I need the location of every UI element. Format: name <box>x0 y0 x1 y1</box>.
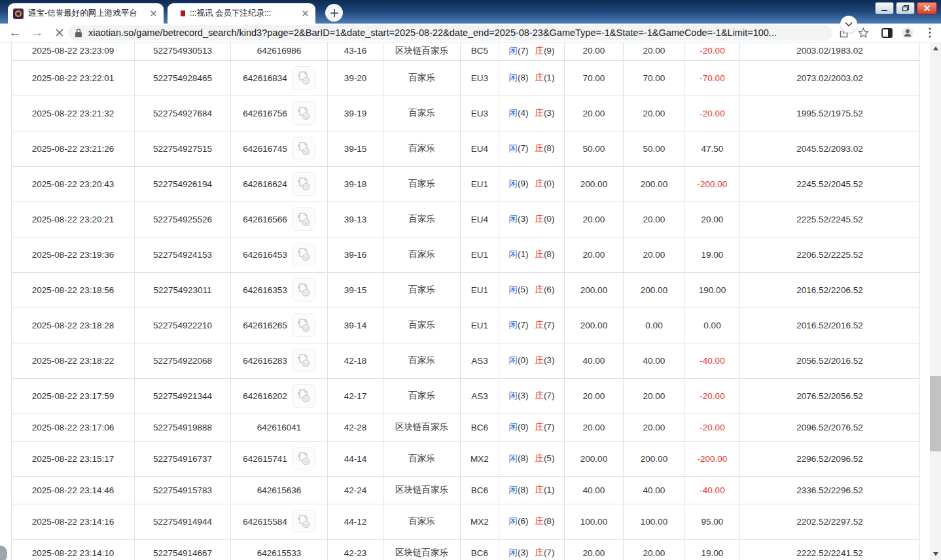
player-score: (1) <box>518 249 529 259</box>
bet-time: 2025-08-22 23:14:46 <box>12 476 135 504</box>
valid-amount: 200.00 <box>624 166 685 201</box>
bet-time: 2025-08-22 23:22:01 <box>12 60 135 96</box>
banker-label: 庄 <box>535 422 544 432</box>
bet-amount-link[interactable]: 20.00 <box>565 42 624 60</box>
bet-amount-link[interactable]: 20.00 <box>565 237 624 272</box>
bet-id: 522754914667 <box>135 539 231 560</box>
bet-amount-link[interactable]: 200.00 <box>565 166 624 201</box>
bet-amount-link[interactable]: 40.00 <box>565 476 624 504</box>
video-icon[interactable] <box>292 101 315 125</box>
side-panel-button[interactable] <box>878 25 895 41</box>
video-icon[interactable] <box>292 207 315 231</box>
player-label: 闲 <box>509 285 518 294</box>
bet-id: 522754926194 <box>135 166 231 201</box>
video-icon[interactable] <box>292 66 315 90</box>
bet-id: 522754927515 <box>135 131 231 166</box>
round-number: 642616745 <box>243 144 287 154</box>
result-cell: 闲(8) 庄(5) <box>499 441 565 476</box>
bet-amount-link[interactable]: 20.00 <box>565 539 624 560</box>
round-cell: 642615636 <box>231 476 328 504</box>
valid-amount: 20.00 <box>624 96 685 131</box>
bet-amount-link[interactable]: 200.00 <box>565 272 624 307</box>
menu-button[interactable] <box>921 25 938 41</box>
player-label: 闲 <box>509 422 518 432</box>
round-cell: 642616041 <box>231 413 328 441</box>
video-icon[interactable] <box>292 510 315 533</box>
game-type: 百家乐 <box>383 378 461 413</box>
game-type: 百家乐 <box>383 96 461 131</box>
player-score: (9) <box>518 179 529 188</box>
round-number: 642615636 <box>257 485 302 495</box>
game-type: 百家乐 <box>383 60 461 96</box>
video-icon[interactable] <box>292 172 315 196</box>
stop-button[interactable] <box>51 24 68 42</box>
tab-home[interactable]: 通宝-信誉最好的网上游戏平台 <box>8 3 164 24</box>
bet-amount-link[interactable]: 50.00 <box>565 131 624 166</box>
bookmark-star-button[interactable] <box>855 25 872 41</box>
round-cell: 642616756 <box>231 96 328 131</box>
bet-amount-link[interactable]: 20.00 <box>565 413 624 441</box>
scroll-up-arrow[interactable] <box>930 43 941 53</box>
bet-id: 522754919888 <box>135 413 231 441</box>
bet-amount-link[interactable]: 100.00 <box>565 504 624 539</box>
bet-amount-link[interactable]: 70.00 <box>565 60 624 96</box>
table-row: 2025-08-22 23:18:56 522754923011 6426163… <box>12 272 920 307</box>
banker-label: 庄 <box>535 548 544 557</box>
bet-amount-link[interactable]: 20.00 <box>565 201 624 237</box>
back-arrow-icon: ← <box>9 26 22 40</box>
profile-avatar[interactable] <box>899 25 916 41</box>
back-button[interactable]: ← <box>7 24 24 42</box>
new-tab-button[interactable] <box>325 4 343 22</box>
game-type: 区块链百家乐 <box>383 476 461 504</box>
bet-table-body: 2025-08-22 23:23:09 522754930513 6426169… <box>12 42 920 560</box>
video-icon[interactable] <box>292 278 315 302</box>
restore-button[interactable] <box>896 2 915 14</box>
game-type: 百家乐 <box>383 272 461 307</box>
table-number: 39-19 <box>328 96 383 131</box>
scroll-down-arrow[interactable] <box>930 549 941 559</box>
banker-label: 庄 <box>535 453 544 463</box>
bet-amount-link[interactable]: 40.00 <box>565 343 624 378</box>
close-tab-icon[interactable] <box>148 9 158 19</box>
balance-before-after: 2016.52/2206.52 <box>740 272 920 307</box>
vertical-scrollbar[interactable] <box>930 42 941 560</box>
game-type: 区块链百家乐 <box>383 413 461 441</box>
video-icon[interactable] <box>292 313 315 337</box>
close-button[interactable] <box>917 2 937 14</box>
close-tab-icon[interactable] <box>300 9 310 19</box>
scrollbar-thumb[interactable] <box>930 376 941 451</box>
bet-amount-link[interactable]: 20.00 <box>565 96 624 131</box>
table-code: MX2 <box>461 441 499 476</box>
video-icon[interactable] <box>292 243 315 266</box>
table-code: AS3 <box>461 378 499 413</box>
video-icon[interactable] <box>292 349 315 372</box>
avatar-icon <box>902 27 914 39</box>
bet-amount-link[interactable]: 20.00 <box>565 378 624 413</box>
video-icon[interactable] <box>292 447 315 470</box>
video-icon[interactable] <box>292 384 315 408</box>
address-bar[interactable]: xiaotian.so/game/betrecord_search/kind3?… <box>68 25 832 41</box>
banker-label: 庄 <box>535 179 544 188</box>
bet-amount-link[interactable]: 200.00 <box>565 441 624 476</box>
round-cell: 642616566 <box>231 201 328 237</box>
tab-search-button[interactable] <box>840 16 857 33</box>
forward-button[interactable]: → <box>29 24 46 42</box>
side-drawer-handle[interactable] <box>0 546 7 560</box>
forward-arrow-icon: → <box>31 26 44 40</box>
tab-betrecord-active[interactable]: :::视讯 会员下注纪录::: <box>168 3 315 24</box>
balance-before-after: 2245.52/2045.52 <box>740 166 920 201</box>
video-icon[interactable] <box>292 137 315 160</box>
game-type: 区块链百家乐 <box>383 539 461 560</box>
url-text: xiaotian.so/game/betrecord_search/kind3?… <box>88 27 777 38</box>
player-score: (7) <box>518 320 529 330</box>
bet-id: 522754930513 <box>135 42 231 60</box>
banker-label: 庄 <box>535 355 544 365</box>
bet-amount-link[interactable]: 200.00 <box>565 307 624 343</box>
table-number: 39-16 <box>328 237 383 272</box>
balance-before-after: 2222.52/2241.52 <box>740 539 920 560</box>
minimize-button[interactable] <box>875 2 894 14</box>
balance-before-after: 2096.52/2076.52 <box>740 413 920 441</box>
banker-score: (1) <box>544 485 555 495</box>
table-row: 2025-08-22 23:17:06 522754919888 6426160… <box>12 413 920 441</box>
balance-before-after: 2076.52/2056.52 <box>740 378 920 413</box>
